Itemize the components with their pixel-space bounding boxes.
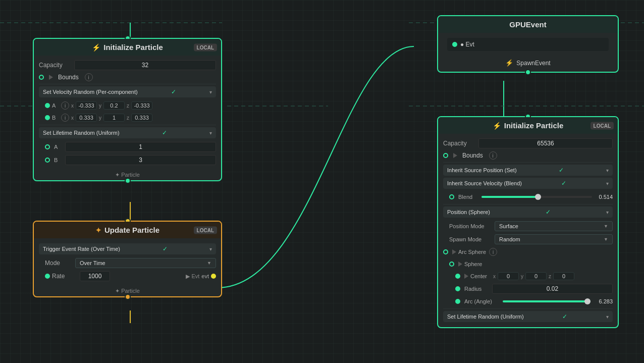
blend-slider[interactable] [481,196,592,198]
sphere-port[interactable] [449,262,454,267]
velocity-b-info[interactable]: i [61,114,69,122]
arc-slider[interactable] [503,300,591,302]
bounds-info-right[interactable]: i [489,151,497,160]
lifetime-b-row: B 3 [45,153,216,167]
position-mode-row: Position Mode Surface ▼ [449,220,613,233]
lifetime-section-header-left[interactable]: Set Lifetime Random (Uniform) ✓ ▾ [39,127,216,138]
bolt-icon-update: ✦ [95,226,101,234]
arc-sphere-info[interactable]: i [489,248,497,256]
lifetime-a-port[interactable] [45,144,50,149]
initialize-particle-right-badge: LOCAL [591,122,614,129]
initialize-particle-right-title: Initialize Particle [504,121,564,130]
velocity-b-xyz: x0.333 y1 z0.333 [71,114,216,122]
lifetime-a-row: A 1 [45,140,216,153]
initialize-particle-left-header: ⚡ Initialize Particle LOCAL [34,39,221,56]
initialize-particle-left-body: Capacity 32 Bounds i Set Velocity Random… [34,56,221,170]
update-particle-node: ✦ Update Particle LOCAL Trigger Event Ra… [33,221,222,297]
gpu-event-title: GPUEvent [509,20,546,29]
velocity-b-row: B i x0.333 y1 z0.333 [45,112,216,124]
bolt-icon-right: ⚡ [493,122,501,130]
velocity-a-info[interactable]: i [61,101,69,110]
arc-thumb[interactable] [584,298,591,304]
initialize-particle-left-badge: LOCAL [194,43,217,51]
arc-angle-row: Arc (Angle) 6.283 [455,295,613,307]
evt-port-out[interactable] [211,274,216,279]
center-row: Center x0 y0 z0 [455,270,613,282]
blend-row: Blend 0.514 [449,191,613,203]
update-particle-bottom-port[interactable] [125,294,131,300]
velocity-a-port[interactable] [45,103,50,108]
gpu-event-header: GPUEvent [438,16,618,33]
spawn-mode-row: Spawn Mode Random ▼ [449,233,613,246]
update-particle-body: Trigger Event Rate (Over Time) ✓ ▾ Mode … [34,238,221,286]
initialize-particle-right-node: ⚡ Initialize Particle LOCAL Capacity 655… [437,116,619,328]
lifetime-b-port[interactable] [45,158,50,163]
gpu-event-node: GPUEvent ● Evt ⚡ SpawnEvent [437,15,619,73]
evt-group: ▶ Evt evt [186,273,216,280]
bounds-info-left[interactable]: i [85,73,93,81]
blend-port[interactable] [449,194,454,199]
bounds-label-right: Bounds [462,152,483,159]
bounds-label-left: Bounds [58,74,79,81]
radius-row: Radius 0.02 [455,282,613,295]
radius-port[interactable] [455,286,460,291]
position-mode-dropdown[interactable]: Surface ▼ [495,221,613,231]
update-particle-badge: LOCAL [194,226,217,234]
velocity-a-xyz: x-0.333 y0.2 z-0.333 [71,101,216,110]
inherit-position-header[interactable]: Inherit Source Position (Set) ✓ ▾ [443,165,613,176]
initialize-left-bottom-port[interactable] [125,178,131,184]
bounds-arrow-left [49,75,53,80]
spawn-bolt-icon: ⚡ [505,59,513,67]
arc-sphere-row: Arc Sphere i [443,246,613,258]
evt-in-port[interactable] [452,42,457,47]
velocity-b-port[interactable] [45,115,50,120]
capacity-row-left: Capacity 32 [39,59,216,72]
mode-dropdown[interactable]: Over Time ▼ [75,258,216,268]
spawn-event-row: ⚡ SpawnEvent [438,56,618,72]
blend-thumb[interactable] [535,194,541,200]
trigger-section-header[interactable]: Trigger Event Rate (Over Time) ✓ ▾ [39,243,216,254]
update-particle-header: ✦ Update Particle LOCAL [34,222,221,238]
initialize-particle-left-title: Initialize Particle [103,43,163,51]
bolt-icon-left: ⚡ [92,43,100,51]
position-sphere-header[interactable]: Position (Sphere) ✓ ▾ [443,206,613,218]
center-port[interactable] [455,274,460,279]
evt-row: ● Evt [447,38,609,51]
canvas-area: ⚡ Initialize Particle LOCAL Capacity 32 … [0,0,644,363]
bounds-row-left: Bounds i [39,72,216,83]
bounds-connector-left[interactable] [39,75,44,80]
blend-fill [481,196,538,198]
bounds-arrow-right [453,153,457,158]
bounds-row-right: Bounds i [443,150,613,161]
initialize-particle-left-node: ⚡ Initialize Particle LOCAL Capacity 32 … [33,38,222,181]
velocity-a-row: A i x-0.333 y0.2 z-0.333 [45,99,216,112]
center-arrow [464,274,468,279]
capacity-value-right[interactable]: 65536 [478,138,613,148]
spawn-mode-dropdown[interactable]: Random ▼ [495,234,613,244]
arc-fill [503,300,591,302]
update-particle-title: Update Particle [104,226,159,234]
arc-angle-port[interactable] [455,299,460,304]
rate-port[interactable] [45,274,50,279]
capacity-label-left: Capacity [39,62,74,69]
arc-sphere-arrow [452,249,456,254]
mode-row: Mode Over Time ▼ [45,256,216,270]
inherit-velocity-header[interactable]: Inherit Source Velocity (Blend) ✓ ▾ [443,178,613,189]
velocity-section-header-left[interactable]: Set Velocity Random (Per-component) ✓ ▾ [39,86,216,97]
capacity-row-right: Capacity 65536 [443,137,613,150]
sphere-arrow [458,262,462,267]
gpu-event-bottom-port[interactable] [525,69,531,75]
gpu-event-body: ● Evt [438,33,618,56]
bounds-connector-right[interactable] [443,153,448,158]
sphere-row: Sphere [449,258,613,270]
lifetime-section-header-right[interactable]: Set Lifetime Random (Uniform) ✓ ▾ [443,311,613,322]
initialize-particle-right-header: ⚡ Initialize Particle LOCAL [438,117,618,134]
capacity-label-right: Capacity [443,140,478,147]
arc-sphere-port[interactable] [443,249,448,254]
center-xyz: x0 y0 z0 [493,272,613,280]
rate-row: Rate 1000 ▶ Evt evt [45,270,216,283]
initialize-particle-right-body: Capacity 65536 Bounds i Inherit Source P… [438,134,618,327]
spawn-event-label: SpawnEvent [516,60,550,67]
capacity-value-left[interactable]: 32 [74,60,216,70]
evt-label: ● Evt [460,41,474,48]
